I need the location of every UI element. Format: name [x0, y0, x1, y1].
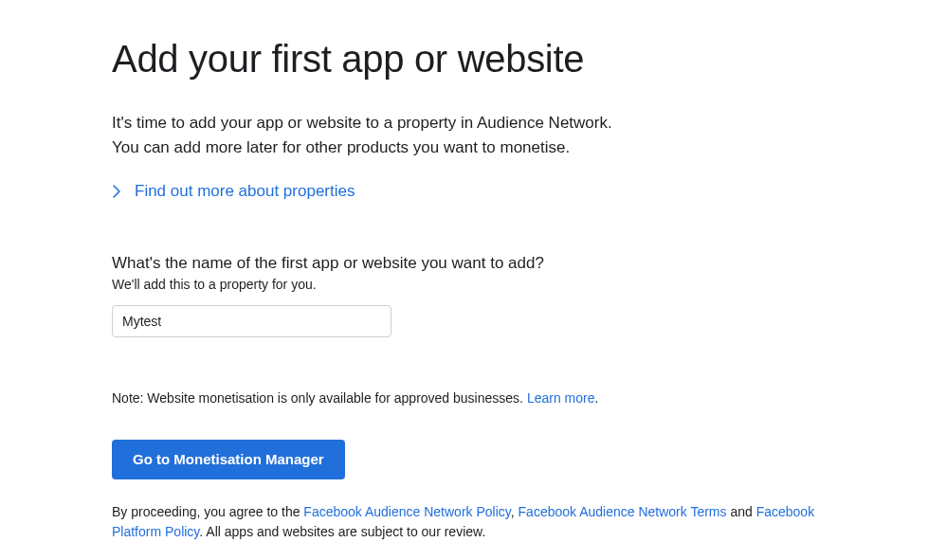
legal-suffix: . All apps and websites are subject to o… [199, 524, 485, 539]
intro-line-1: It's time to add your app or website to … [112, 114, 612, 132]
learn-more-link[interactable]: Learn more [527, 390, 595, 406]
find-out-more-link[interactable]: Find out more about properties [112, 182, 355, 201]
note-text: Note: Website monetisation is only avail… [112, 390, 527, 406]
note-line: Note: Website monetisation is only avail… [112, 390, 946, 406]
note-suffix: . [594, 390, 598, 406]
go-to-monetisation-button[interactable]: Go to Monetisation Manager [112, 440, 345, 479]
sub-label: We'll add this to a property for you. [112, 277, 946, 292]
app-name-input[interactable] [112, 305, 391, 337]
page-title: Add your first app or website [112, 38, 946, 81]
terms-link[interactable]: Facebook Audience Network Terms [518, 504, 727, 519]
intro-line-2: You can add more later for other product… [112, 138, 570, 156]
legal-sep2: and [727, 504, 756, 519]
legal-sep1: , [511, 504, 518, 519]
chevron-right-icon [112, 184, 121, 199]
intro-text: It's time to add your app or website to … [112, 111, 794, 161]
legal-text: By proceeding, you agree to the Facebook… [112, 502, 851, 543]
legal-prefix: By proceeding, you agree to the [112, 504, 303, 519]
find-out-more-label: Find out more about properties [135, 182, 355, 201]
policy-link[interactable]: Facebook Audience Network Policy [303, 504, 510, 519]
question-label: What's the name of the first app or webs… [112, 254, 946, 273]
